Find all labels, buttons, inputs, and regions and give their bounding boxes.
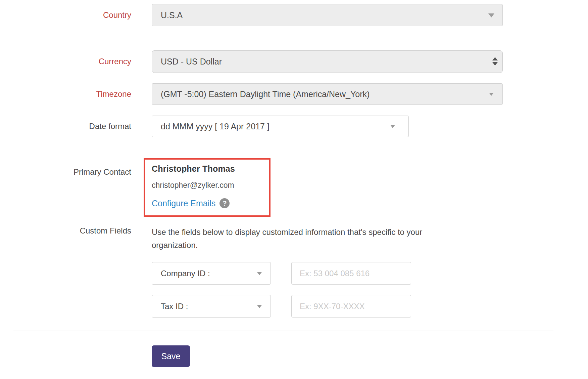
primary-contact-email: christopher@zylker.com [152, 181, 269, 190]
currency-select[interactable]: USD - US Dollar [152, 50, 503, 73]
country-dropdown[interactable]: U.S.A [152, 4, 503, 26]
chevron-down-icon [489, 93, 494, 96]
company-id-field-name: Company ID : [152, 269, 210, 278]
select-spinner-icon [492, 57, 498, 66]
custom-fields-description: Use the fields below to display customiz… [152, 225, 455, 252]
timezone-dropdown[interactable]: (GMT -5:00) Eastern Daylight Time (Ameri… [152, 83, 503, 105]
date-format-value: dd MMM yyyy [ 19 Apr 2017 ] [152, 122, 270, 131]
save-button[interactable]: Save [152, 345, 190, 367]
date-format-label: Date format [0, 122, 131, 131]
company-id-input[interactable] [291, 262, 411, 285]
primary-contact-name: Christopher Thomas [152, 164, 269, 174]
chevron-down-icon [488, 13, 494, 17]
primary-contact-label: Primary Contact [0, 167, 131, 177]
tax-id-input[interactable] [291, 295, 411, 318]
country-value: U.S.A [152, 10, 183, 20]
currency-value: USD - US Dollar [152, 57, 222, 67]
tax-id-field-dropdown[interactable]: Tax ID : [152, 295, 271, 318]
chevron-down-icon [257, 272, 262, 275]
timezone-label: Timezone [0, 89, 131, 99]
chevron-down-icon [257, 305, 262, 308]
chevron-down-icon [390, 125, 395, 128]
help-icon[interactable]: ? [219, 198, 230, 208]
custom-fields-label: Custom Fields [0, 226, 131, 236]
spinner-up-arrow-icon [492, 57, 498, 60]
timezone-value: (GMT -5:00) Eastern Daylight Time (Ameri… [152, 89, 370, 99]
configure-emails-link[interactable]: Configure Emails [152, 199, 215, 208]
country-label: Country [0, 10, 131, 20]
primary-contact-highlight-box: Christopher Thomas christopher@zylker.co… [144, 158, 271, 217]
company-id-field-dropdown[interactable]: Company ID : [152, 262, 271, 285]
tax-id-field-name: Tax ID : [152, 302, 188, 311]
section-divider [13, 331, 553, 331]
configure-emails-row: Configure Emails ? [152, 198, 269, 208]
currency-label: Currency [0, 57, 131, 66]
spinner-down-arrow-icon [492, 62, 498, 66]
date-format-dropdown[interactable]: dd MMM yyyy [ 19 Apr 2017 ] [152, 116, 409, 137]
